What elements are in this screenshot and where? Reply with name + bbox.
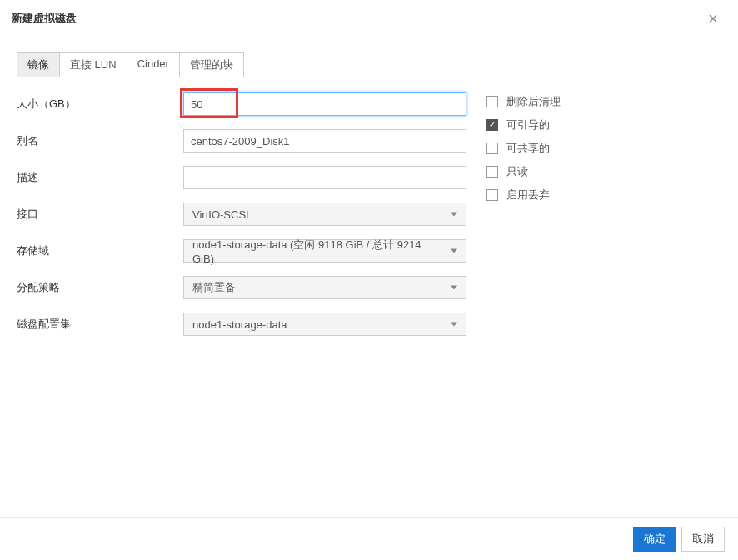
tab-managed-block[interactable]: 管理的块 [179, 52, 244, 78]
form-main: 大小（GB） 别名 描述 接口 VirtIO-SCSI [17, 92, 466, 349]
label-alias: 别名 [17, 133, 183, 148]
row-wipe-after-delete: 删除后清理 [486, 94, 561, 109]
label-wipe-after-delete: 删除后清理 [506, 94, 561, 109]
dialog-body: 镜像 直接 LUN Cinder 管理的块 大小（GB） 别名 描述 [0, 38, 738, 364]
label-read-only: 只读 [506, 164, 528, 179]
allocation-policy-value: 精简置备 [192, 280, 236, 295]
interface-value: VirtIO-SCSI [192, 208, 249, 221]
label-storage-domain: 存储域 [17, 243, 183, 258]
row-allocation-policy: 分配策略 精简置备 [17, 276, 466, 299]
size-input[interactable] [183, 92, 466, 116]
checkbox-enable-discard[interactable] [486, 189, 498, 201]
ok-button[interactable]: 确定 [633, 527, 676, 552]
row-shareable: 可共享的 [486, 141, 561, 156]
alias-input[interactable] [183, 129, 466, 152]
label-shareable: 可共享的 [506, 141, 550, 156]
label-allocation-policy: 分配策略 [17, 280, 183, 295]
label-description: 描述 [17, 170, 183, 185]
label-disk-profile: 磁盘配置集 [17, 317, 183, 332]
description-input[interactable] [183, 166, 466, 189]
form-area: 大小（GB） 别名 描述 接口 VirtIO-SCSI [17, 92, 721, 349]
storage-domain-value: node1-storage-data (空闲 9118 GiB / 总计 921… [192, 238, 442, 265]
label-interface: 接口 [17, 207, 183, 222]
checkbox-wipe-after-delete[interactable] [486, 96, 498, 108]
tab-cinder[interactable]: Cinder [127, 52, 180, 78]
label-enable-discard: 启用丢弃 [506, 188, 550, 202]
label-size: 大小（GB） [17, 97, 183, 112]
tab-direct-lun[interactable]: 直接 LUN [59, 52, 127, 78]
row-alias: 别名 [17, 129, 466, 152]
checkbox-read-only[interactable] [486, 166, 498, 178]
form-side: 删除后清理 可引导的 可共享的 只读 启用丢弃 [486, 92, 561, 349]
row-description: 描述 [17, 166, 466, 189]
dialog-footer: 确定 取消 [0, 518, 738, 560]
row-read-only: 只读 [486, 164, 561, 179]
checkbox-shareable[interactable] [486, 142, 498, 154]
row-size: 大小（GB） [17, 92, 466, 116]
storage-domain-select[interactable]: node1-storage-data (空闲 9118 GiB / 总计 921… [183, 239, 466, 262]
row-interface: 接口 VirtIO-SCSI [17, 202, 466, 226]
allocation-policy-select[interactable]: 精简置备 [183, 276, 466, 299]
close-icon[interactable]: × [705, 10, 721, 27]
dialog-title: 新建虚拟磁盘 [12, 11, 77, 26]
interface-select[interactable]: VirtIO-SCSI [183, 202, 466, 226]
tab-image[interactable]: 镜像 [17, 52, 60, 78]
tabs: 镜像 直接 LUN Cinder 管理的块 [17, 52, 721, 78]
row-enable-discard: 启用丢弃 [486, 188, 561, 202]
row-bootable: 可引导的 [486, 118, 561, 132]
row-disk-profile: 磁盘配置集 node1-storage-data [17, 312, 466, 336]
dialog-header: 新建虚拟磁盘 × [0, 0, 738, 38]
disk-profile-value: node1-storage-data [192, 318, 287, 331]
disk-profile-select[interactable]: node1-storage-data [183, 312, 466, 336]
label-bootable: 可引导的 [506, 118, 550, 132]
cancel-button[interactable]: 取消 [681, 527, 725, 552]
checkbox-bootable[interactable] [486, 119, 498, 131]
row-storage-domain: 存储域 node1-storage-data (空闲 9118 GiB / 总计… [17, 239, 466, 262]
